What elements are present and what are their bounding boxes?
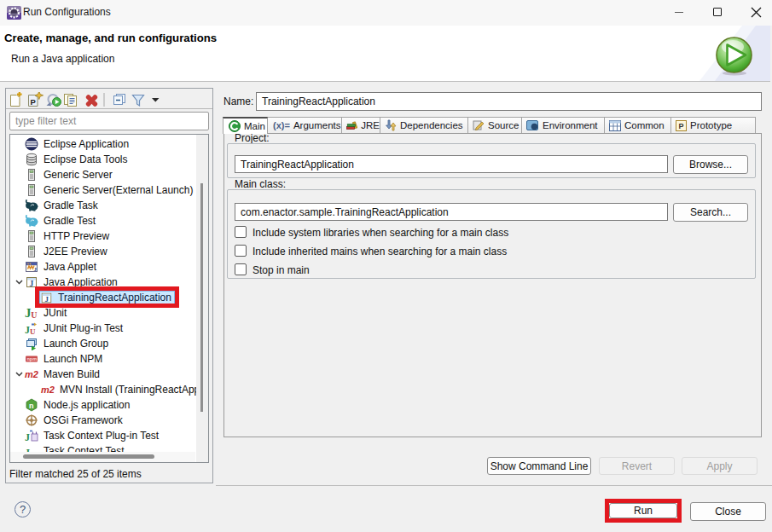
svg-text:n: n bbox=[29, 402, 34, 410]
svg-text:npm: npm bbox=[27, 356, 38, 361]
svg-text:J: J bbox=[34, 266, 38, 273]
svg-text:J: J bbox=[30, 280, 34, 288]
svg-text:P: P bbox=[678, 122, 683, 130]
svg-text:U: U bbox=[31, 310, 37, 320]
svg-text:P: P bbox=[31, 97, 37, 107]
svg-text:J: J bbox=[25, 431, 30, 442]
svg-text:U: U bbox=[30, 327, 36, 335]
